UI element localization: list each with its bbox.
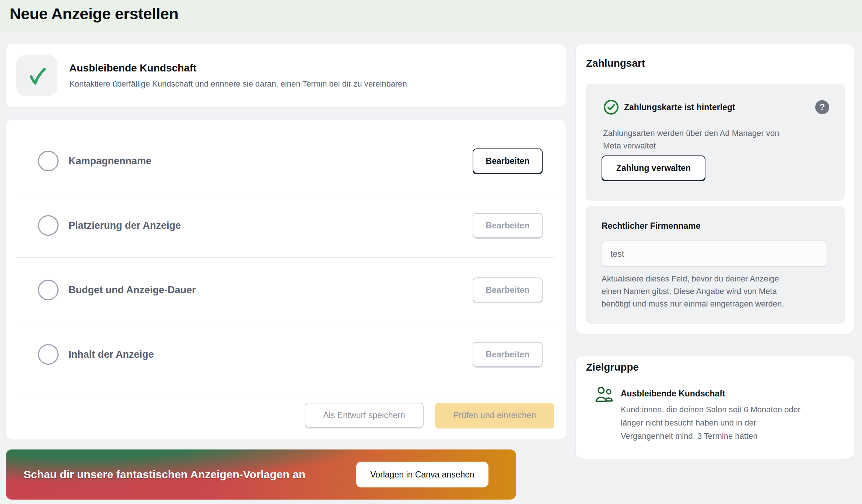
save-draft-button[interactable]: Als Entwurf speichern (305, 403, 424, 428)
audience-name: Ausbleibende Kundschaft (621, 389, 725, 399)
step-label: Budget und Anzeige-Dauer (69, 284, 196, 296)
page-title: Neue Anzeige erstellen (10, 5, 178, 23)
banner-text: Schau dir unsere fantastischen Anzeigen-… (24, 468, 305, 481)
audience-card: Zielgruppe Ausbleibende Kundschaft Kund:… (576, 356, 854, 459)
payment-status-text: Zahlungskarte ist hinterlegt (624, 102, 735, 112)
audience-description: Kund:innen, die deinen Salon seit 6 Mona… (621, 403, 800, 443)
submit-button[interactable]: Prüfen und einreichen (435, 403, 554, 428)
manage-payment-button[interactable]: Zahlung verwalten (602, 155, 705, 181)
payment-heading: Zahlungsart (586, 57, 645, 69)
step-label: Platzierung der Anzeige (69, 220, 181, 231)
campaign-subtitle: Kontaktiere überfällige Kundschaft und e… (69, 79, 407, 89)
step-status-circle (38, 215, 59, 236)
help-icon[interactable]: ? (815, 100, 829, 114)
step-label: Kampagnenname (69, 155, 151, 167)
step-status-circle (38, 344, 59, 365)
payment-description: Zahlungsarten werden über den Ad Manager… (603, 127, 779, 152)
divider (17, 257, 555, 258)
audience-heading: Zielgruppe (586, 361, 639, 373)
canva-templates-banner: Schau dir unsere fantastischen Anzeigen-… (6, 449, 516, 500)
ad-steps-card: Kampagnenname Bearbeiten Platzierung der… (6, 120, 566, 440)
step-status-circle (38, 280, 59, 300)
check-circle-icon (603, 99, 619, 117)
legal-name-box: Rechtlicher Firmenname Aktualisiere dies… (586, 206, 845, 324)
edit-campaign-name-button[interactable]: Bearbeiten (473, 148, 543, 174)
step-status-circle (38, 151, 59, 171)
payment-card: Zahlungsart Zahlungskarte ist hinterlegt… (576, 44, 854, 334)
campaign-summary-card: Ausbleibende Kundschaft Kontaktiere über… (6, 44, 566, 107)
view-canva-templates-button[interactable]: Vorlagen in Canva ansehen (356, 462, 488, 487)
campaign-title: Ausbleibende Kundschaft (69, 62, 407, 74)
page-header: Neue Anzeige erstellen (0, 0, 862, 32)
legal-name-helper: Aktualisiere dieses Feld, bevor du deine… (602, 273, 784, 310)
campaign-icon-box (16, 55, 57, 96)
ad-creation-page: Neue Anzeige erstellen Ausbleibende Kund… (0, 0, 862, 504)
edit-placement-button[interactable]: Bearbeiten (473, 213, 543, 238)
divider (17, 322, 555, 322)
campaign-text-block: Ausbleibende Kundschaft Kontaktiere über… (69, 44, 407, 107)
check-icon (24, 62, 50, 90)
step-label: Inhalt der Anzeige (69, 349, 154, 360)
edit-budget-button[interactable]: Bearbeiten (473, 277, 543, 302)
legal-name-label: Rechtlicher Firmenname (602, 221, 700, 231)
divider (17, 193, 555, 193)
divider (17, 396, 555, 396)
payment-status-box: Zahlungskarte ist hinterlegt ? Zahlungsa… (586, 84, 845, 201)
edit-content-button[interactable]: Bearbeiten (473, 342, 543, 367)
people-icon (595, 386, 614, 406)
legal-name-input[interactable] (602, 241, 827, 267)
